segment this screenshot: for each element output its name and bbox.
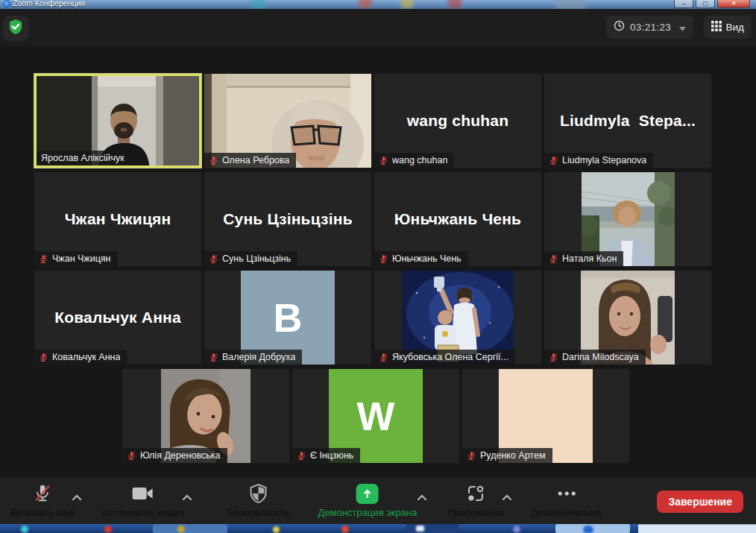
toolbar-button-more[interactable]: Дополнительно <box>532 482 602 518</box>
meeting-timer[interactable]: 03:21:23 <box>606 16 693 39</box>
participant-tile[interactable]: Руденко Артем <box>462 369 629 463</box>
participant-name-label: Олена Реброва <box>222 155 289 165</box>
share-screen-icon <box>356 482 379 505</box>
view-button[interactable]: Вид <box>704 16 752 39</box>
participant-name-label: Ярослав Аліксійчук <box>41 153 125 163</box>
toolbar-button-label: Безопасность <box>228 507 290 518</box>
participant-nametag: Darina Milodscaya <box>544 350 646 365</box>
participant-tile[interactable]: Darina Milodscaya <box>544 271 711 365</box>
end-meeting-button[interactable]: Завершение <box>657 491 743 513</box>
chevron-up-icon[interactable] <box>72 490 82 503</box>
chevron-up-icon[interactable] <box>502 490 512 503</box>
meeting-header: 03:21:23 Вид <box>0 9 756 46</box>
muted-mic-icon <box>549 156 558 165</box>
shield-check-icon <box>8 19 23 38</box>
participant-name-label: Валерія Добруха <box>222 352 295 362</box>
muted-mic-icon <box>549 254 558 264</box>
participant-nametag: Liudmyla Stepanova <box>544 153 653 168</box>
participant-name-label: Наталя Кьон <box>562 253 617 264</box>
chevron-up-icon[interactable] <box>417 490 427 503</box>
ellipsis-icon <box>555 482 578 505</box>
toolbar-button-label: Дополнительно <box>532 507 602 518</box>
muted-mic-icon <box>379 353 388 362</box>
meeting-info-button[interactable] <box>3 16 28 41</box>
participant-nametag: Олена Реброва <box>204 153 296 168</box>
participant-nametag: Ковальчук Анна <box>34 350 127 365</box>
mic-muted-icon <box>33 482 52 505</box>
toolbar-button-share[interactable]: Демонстрация экрана <box>318 482 418 518</box>
muted-mic-icon <box>549 353 558 362</box>
participant-name-label: Якубовська Олена Сергії... <box>392 352 508 362</box>
muted-mic-icon <box>297 451 306 461</box>
muted-mic-icon <box>379 156 388 165</box>
clock-icon <box>614 20 625 34</box>
shield-icon <box>250 482 268 505</box>
participant-nametag: Сунь Цзіньцзінь <box>204 251 297 266</box>
participant-tile[interactable]: Ярослав Аліксійчук <box>34 74 201 168</box>
muted-mic-icon <box>39 254 48 264</box>
participant-name-label: Darina Milodscaya <box>562 352 639 362</box>
muted-mic-icon <box>127 451 136 461</box>
participant-nametag: Юньчжань Чень <box>374 251 468 266</box>
toolbar-button-label: Демонстрация экрана <box>318 507 418 518</box>
participant-name-label: Руденко Артем <box>480 450 546 461</box>
meeting-toolbar: Завершение Включить звук Остановить виде… <box>0 477 756 524</box>
participant-nametag: Ярослав Аліксійчук <box>37 151 131 165</box>
participant-nametag: Наталя Кьон <box>544 251 623 266</box>
participant-tile[interactable]: Наталя Кьон <box>544 172 711 266</box>
participant-name-label: Ковальчук Анна <box>52 352 120 362</box>
participant-name-label: Чжан Чжицян <box>52 253 111 264</box>
participant-name-label: Є Інцзюнь <box>310 450 353 461</box>
participant-nametag: Чжан Чжицян <box>34 251 118 266</box>
participant-name-label: Сунь Цзіньцзінь <box>222 253 291 264</box>
share-screen-arrow <box>356 484 379 504</box>
window-titlebar: Zoom Конференция –▢✕ <box>0 0 756 9</box>
participant-name-label: wang chuhan <box>392 155 447 165</box>
chevron-up-icon[interactable] <box>182 490 192 503</box>
participant-tile[interactable]: B Валерія Добруха <box>204 271 371 365</box>
participant-tile[interactable]: wang chuhan wang chuhan <box>374 74 541 168</box>
participant-tile[interactable]: Чжан Чжицян Чжан Чжицян <box>34 172 201 266</box>
participant-name-label: Юньчжань Чень <box>392 253 462 264</box>
participant-tile[interactable]: Liudmyla Stepa... Liudmyla Stepanova <box>544 74 711 168</box>
toolbar-button-unmute[interactable]: Включить звук <box>10 482 75 518</box>
toolbar-button-label: Включить звук <box>10 507 75 518</box>
participant-name-label: Liudmyla Stepanova <box>562 155 646 165</box>
window-title: Zoom Конференция <box>13 0 85 7</box>
muted-mic-icon <box>209 353 218 362</box>
participant-tile[interactable]: Олена Реброва <box>204 74 371 168</box>
participant-nametag: Юлія Дереновська <box>122 448 227 463</box>
apps-icon <box>466 482 485 505</box>
window-controls: –▢✕ <box>674 0 750 8</box>
grid-icon <box>711 21 722 34</box>
toolbar-button-security[interactable]: Безопасность <box>228 482 290 518</box>
muted-mic-icon <box>209 156 218 165</box>
chevron-down-icon <box>679 21 686 34</box>
close-button[interactable]: ✕ <box>717 0 750 8</box>
muted-mic-icon <box>467 451 476 461</box>
toolbar-button-label: Остановить видео <box>102 507 185 518</box>
muted-mic-icon <box>209 254 218 264</box>
participant-name-label: Юлія Дереновська <box>140 450 221 461</box>
windows-taskbar <box>0 524 756 533</box>
participant-tile[interactable]: Якубовська Олена Сергії... <box>374 271 541 365</box>
participant-nametag: Якубовська Олена Сергії... <box>374 350 515 365</box>
view-button-label: Вид <box>726 22 744 33</box>
maximize-button[interactable]: ▢ <box>696 0 715 8</box>
toolbar-button-stop-video[interactable]: Остановить видео <box>102 482 185 518</box>
participant-nametag: wang chuhan <box>374 153 454 168</box>
timer-value: 03:21:23 <box>630 22 671 33</box>
participant-nametag: Є Інцзюнь <box>292 448 360 463</box>
participant-tile[interactable]: Сунь Цзіньцзінь Сунь Цзіньцзінь <box>204 172 371 266</box>
participant-tile[interactable]: Юлія Дереновська <box>122 369 289 463</box>
toolbar-button-apps[interactable]: Приложения <box>447 482 504 518</box>
minimize-button[interactable]: – <box>674 0 693 8</box>
camera-icon <box>132 482 154 505</box>
participant-nametag: Валерія Добруха <box>204 350 302 365</box>
zoom-app-icon <box>3 0 10 7</box>
muted-mic-icon <box>379 254 388 264</box>
participant-tile[interactable]: Ковальчук Анна Ковальчук Анна <box>34 271 201 365</box>
participant-tile[interactable]: Юньчжань Чень Юньчжань Чень <box>374 172 541 266</box>
muted-mic-icon <box>39 353 48 362</box>
participant-tile[interactable]: W Є Інцзюнь <box>292 369 459 463</box>
